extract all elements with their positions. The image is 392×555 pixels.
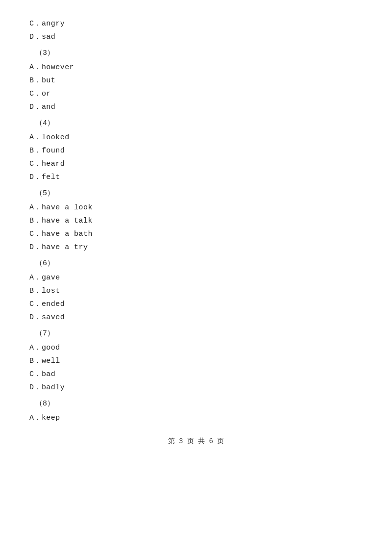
option-d-badly: D．badly <box>29 382 363 392</box>
option-d-and: D．and <box>29 102 363 111</box>
question-7-number: （7） <box>35 328 363 338</box>
option-c-heard: C．heard <box>29 159 363 168</box>
page-footer: 第 3 页 共 6 页 <box>29 437 363 446</box>
option-c-ended: C．ended <box>29 299 363 308</box>
question-3-number: （3） <box>35 48 363 57</box>
option-c-bad: C．bad <box>29 369 363 378</box>
question-5-number: （5） <box>35 188 363 198</box>
question-8-number: （8） <box>35 399 363 408</box>
option-b-have-a-talk: B．have a talk <box>29 216 363 225</box>
option-a-have-a-look: A．have a look <box>29 202 363 212</box>
option-d-have-a-try: D．have a try <box>29 242 363 252</box>
exam-content: C．angry D．sad （3） A．however B．but C．or D… <box>29 19 363 422</box>
option-d-sad: D．sad <box>29 32 363 41</box>
option-a-looked: A．looked <box>29 132 363 142</box>
option-b-well: B．well <box>29 356 363 365</box>
option-d-felt: D．felt <box>29 172 363 181</box>
question-6-number: （6） <box>35 258 363 268</box>
option-a-keep: A．keep <box>29 413 363 422</box>
option-c-angry: C．angry <box>29 19 363 28</box>
option-d-saved: D．saved <box>29 312 363 322</box>
option-a-gave: A．gave <box>29 273 363 282</box>
option-c-or: C．or <box>29 89 363 98</box>
question-4-number: （4） <box>35 118 363 127</box>
option-b-lost: B．lost <box>29 286 363 295</box>
option-a-however: A．however <box>29 62 363 72</box>
option-a-good: A．good <box>29 343 363 352</box>
option-c-have-a-bath: C．have a bath <box>29 229 363 238</box>
option-b-but: B．but <box>29 76 363 85</box>
option-b-found: B．found <box>29 146 363 155</box>
